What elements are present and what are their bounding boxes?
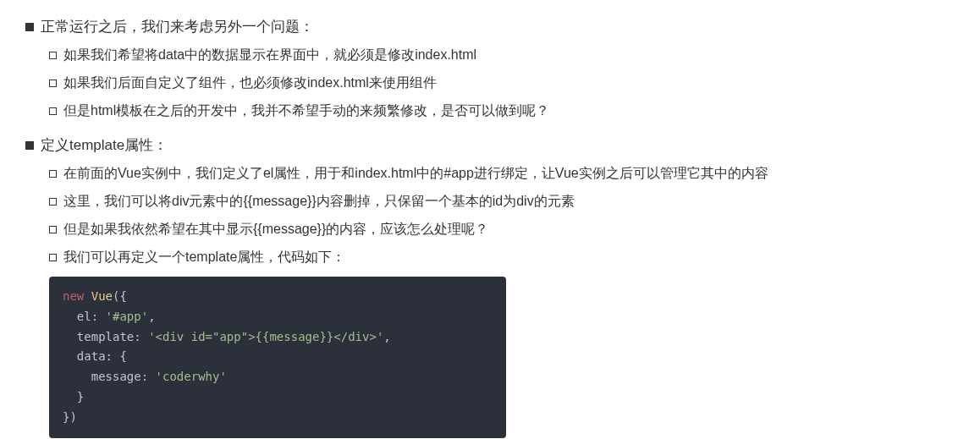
- sub-list-1: 如果我们希望将data中的数据显示在界面中，就必须是修改index.html 如…: [49, 47, 955, 120]
- item-text: 如果我们后面自定义了组件，也必须修改index.html来使用组件: [63, 74, 437, 92]
- list-item: 但是如果我依然希望在其中显示{{message}}的内容，应该怎么处理呢？: [49, 221, 955, 239]
- code-string: '<div id="app">{{message}}</div>': [148, 330, 383, 343]
- bullet-hollow-icon: [49, 226, 57, 233]
- code-block: new Vue({ el: '#app', template: '<div id…: [49, 277, 506, 438]
- code-string: 'coderwhy': [156, 370, 227, 383]
- code-line: template: '<div id="app">{{message}}</di…: [63, 327, 493, 348]
- bullet-hollow-icon: [49, 107, 57, 115]
- list-item: 这里，我们可以将div元素中的{{message}}内容删掉，只保留一个基本的i…: [49, 193, 955, 211]
- code-punc: ({: [113, 289, 127, 303]
- bullet-filled-icon: [25, 141, 34, 150]
- bullet-hollow-icon: [49, 198, 57, 206]
- list-item: 如果我们后面自定义了组件，也必须修改index.html来使用组件: [49, 74, 955, 92]
- bullet-filled-icon: [25, 23, 34, 31]
- item-text: 如果我们希望将data中的数据显示在界面中，就必须是修改index.html: [63, 47, 476, 64]
- code-prop: el:: [63, 310, 106, 323]
- code-line: }): [63, 408, 493, 428]
- code-line: }: [63, 387, 493, 408]
- code-string: '#app': [106, 310, 149, 323]
- item-text: 但是如果我依然希望在其中显示{{message}}的内容，应该怎么处理呢？: [63, 221, 488, 239]
- code-line: message: 'coderwhy': [63, 367, 493, 387]
- heading-text: 正常运行之后，我们来考虑另外一个问题：: [41, 17, 314, 36]
- code-line: new Vue({: [63, 287, 493, 307]
- heading-2: 定义template属性：: [25, 135, 955, 155]
- bullet-hollow-icon: [49, 52, 57, 59]
- code-line: data: {: [63, 347, 493, 367]
- section-2: 定义template属性： 在前面的Vue实例中，我们定义了el属性，用于和in…: [25, 135, 955, 438]
- code-prop: data: {: [63, 349, 127, 363]
- code-punc: }: [63, 390, 84, 403]
- list-item: 在前面的Vue实例中，我们定义了el属性，用于和index.html中的#app…: [49, 165, 955, 183]
- bullet-hollow-icon: [49, 170, 57, 178]
- code-keyword: new: [63, 289, 84, 303]
- code-punc: ,: [148, 310, 155, 323]
- code-punc: }): [63, 410, 77, 424]
- heading-text: 定义template属性：: [41, 135, 168, 155]
- list-item: 如果我们希望将data中的数据显示在界面中，就必须是修改index.html: [49, 47, 955, 64]
- list-item: 我们可以再定义一个template属性，代码如下：: [49, 249, 955, 266]
- heading-1: 正常运行之后，我们来考虑另外一个问题：: [25, 17, 955, 36]
- item-text: 但是html模板在之后的开发中，我并不希望手动的来频繁修改，是否可以做到呢？: [63, 102, 549, 120]
- item-text: 我们可以再定义一个template属性，代码如下：: [63, 249, 345, 266]
- section-1: 正常运行之后，我们来考虑另外一个问题： 如果我们希望将data中的数据显示在界面…: [25, 17, 955, 120]
- item-text: 在前面的Vue实例中，我们定义了el属性，用于和index.html中的#app…: [63, 165, 768, 183]
- code-line: el: '#app',: [63, 307, 493, 327]
- code-punc: ,: [383, 330, 390, 343]
- list-item: 但是html模板在之后的开发中，我并不希望手动的来频繁修改，是否可以做到呢？: [49, 102, 955, 120]
- code-class: Vue: [91, 289, 113, 303]
- code-prop: message:: [63, 370, 156, 383]
- sub-list-2: 在前面的Vue实例中，我们定义了el属性，用于和index.html中的#app…: [49, 165, 955, 266]
- code-prop: template:: [63, 330, 148, 343]
- bullet-hollow-icon: [49, 254, 57, 261]
- bullet-hollow-icon: [49, 80, 57, 87]
- item-text: 这里，我们可以将div元素中的{{message}}内容删掉，只保留一个基本的i…: [63, 193, 575, 211]
